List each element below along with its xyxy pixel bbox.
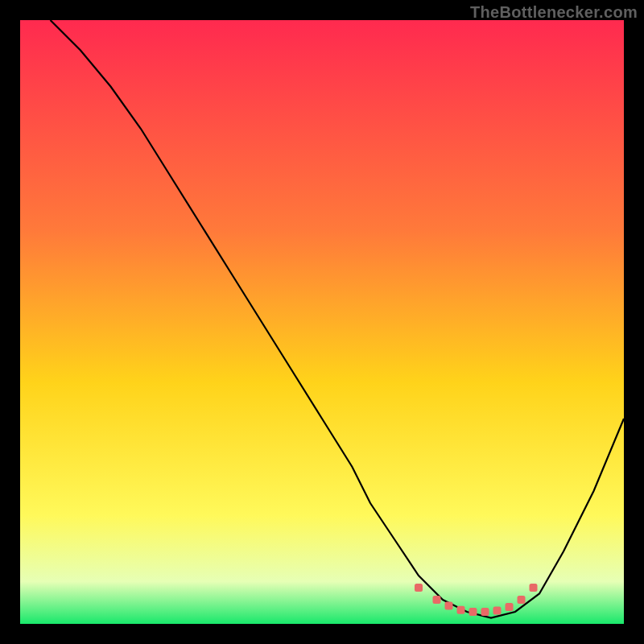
marker-point <box>415 584 423 592</box>
marker-point <box>518 596 526 604</box>
marker-point <box>506 603 514 611</box>
marker-point <box>469 608 477 616</box>
credit-text: TheBottlenecker.com <box>470 3 638 22</box>
marker-point <box>445 602 453 610</box>
bottleneck-chart <box>0 0 644 644</box>
marker-point <box>433 596 441 604</box>
marker-point <box>457 606 465 614</box>
chart-frame: TheBottlenecker.com <box>0 0 644 644</box>
marker-point <box>481 608 489 616</box>
plot-background <box>20 20 624 624</box>
marker-point <box>530 584 538 592</box>
marker-point <box>493 607 502 615</box>
